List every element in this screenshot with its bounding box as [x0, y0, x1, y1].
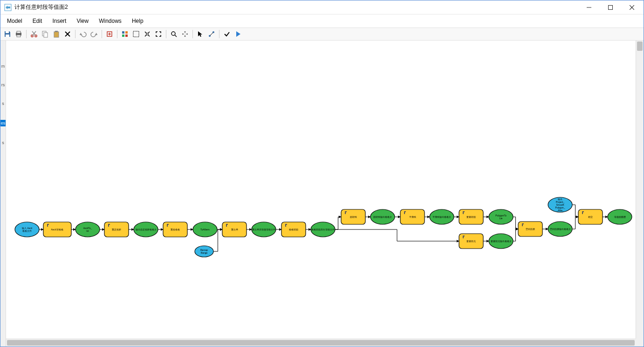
tool-node[interactable]: 面转线 [341, 209, 365, 224]
connector[interactable] [572, 217, 578, 229]
scrollbar-thumb[interactable] [7, 340, 635, 346]
tool-node[interactable]: 平滑线 [400, 209, 425, 224]
grid-icon[interactable] [120, 29, 130, 39]
print-icon[interactable] [14, 29, 24, 39]
app-window: 计算任意时段等值面2 Model Edit Insert View Window… [0, 0, 644, 347]
tool-node[interactable]: 重投格格 [163, 222, 187, 237]
menu-help[interactable]: Help [127, 16, 148, 26]
node-label: 面转线输出格格文 [373, 215, 392, 218]
output-node[interactable]: 平滑线输出格格文 [430, 209, 454, 224]
minimize-button[interactable] [578, 0, 600, 14]
zoom-in-icon[interactable] [142, 29, 152, 39]
connector[interactable] [335, 229, 459, 241]
undo-icon[interactable] [78, 29, 88, 39]
parameter-node[interactable]: 输出 Project_SmoothPolygon_Albe [548, 197, 572, 212]
save-icon[interactable] [2, 29, 13, 39]
pan-icon[interactable] [180, 29, 190, 39]
output-node[interactable]: 要素转点输出格格文 [489, 234, 513, 249]
pointer-icon[interactable] [195, 29, 206, 39]
tool-node[interactable]: 重分类 [222, 222, 247, 237]
svg-line-30 [175, 35, 177, 37]
menu-insert[interactable]: Insert [48, 16, 71, 26]
node-label: 重定投影 [112, 228, 121, 231]
output-node[interactable]: AsciiTo_txt [75, 222, 100, 237]
menu-edit[interactable]: Edit [28, 16, 47, 26]
svg-rect-8 [17, 31, 21, 33]
maximize-button[interactable] [600, 0, 621, 14]
close-button[interactable] [621, 0, 643, 14]
title-bar[interactable]: 计算任意时段等值面2 [0, 0, 644, 14]
model-canvas[interactable]: 输入 Ascii 格格文件Ascii 转格格AsciiTo_txt重定投影输出自… [6, 41, 644, 347]
window-title-area: 计算任意时段等值面2 [4, 3, 578, 11]
node-label: Albe [558, 209, 562, 212]
node-label: 空间连接 [526, 228, 535, 230]
node-label: 平滑线输出格格文 [432, 215, 451, 218]
tool-node[interactable]: 空间连接 [518, 222, 542, 236]
tool-node[interactable]: 要素转点 [459, 234, 483, 249]
dock-tab[interactable]: rs [1, 83, 5, 87]
canvas-svg: 输入 Ascii 格格文件Ascii 转格格AsciiTo_txt重定投影输出自… [6, 41, 644, 347]
connector[interactable] [513, 217, 518, 229]
connector[interactable] [513, 229, 518, 241]
output-node[interactable]: 输出自定投影格格文 [134, 222, 158, 237]
menu-windows[interactable]: Windows [94, 16, 126, 26]
node-label: Ascii 转格格 [51, 228, 64, 231]
toolbar-separator [219, 30, 219, 38]
tool-node[interactable]: 要素转面 [459, 209, 483, 224]
zoom-full-icon[interactable] [153, 29, 164, 39]
svg-rect-9 [17, 35, 21, 37]
node-label: 要素转点输出格格文 [491, 240, 512, 243]
connector[interactable] [572, 205, 578, 217]
menu-model[interactable]: Model [2, 16, 27, 26]
output-node[interactable]: 等值面图层 [608, 209, 632, 224]
redo-icon[interactable] [89, 29, 99, 39]
delete-icon[interactable] [62, 29, 73, 39]
run-icon[interactable] [233, 29, 243, 39]
node-label: 等值面图层 [614, 215, 626, 218]
node-label: 平滑线 [409, 215, 416, 218]
horizontal-scrollbar[interactable] [6, 339, 636, 347]
zoom-tool-icon[interactable] [169, 29, 179, 39]
vertical-scrollbar[interactable] [636, 41, 644, 339]
parameter-node[interactable]: 输入 Ascii 格格文件 [15, 222, 39, 237]
node-label: Lie [500, 217, 503, 220]
connector[interactable] [335, 217, 341, 229]
dock-tab[interactable]: es [0, 120, 6, 126]
svg-line-33 [210, 33, 213, 35]
scrollbar-thumb[interactable] [637, 42, 643, 51]
cut-icon[interactable] [29, 29, 39, 39]
parameter-node[interactable]: Remap Range [195, 246, 213, 257]
toolbar-separator [192, 30, 193, 38]
dock-tab[interactable]: s [2, 101, 4, 106]
output-node[interactable]: ToAlbers [193, 222, 217, 237]
app-icon [4, 4, 12, 11]
dock-tab[interactable]: s [2, 140, 4, 145]
connect-icon[interactable] [206, 29, 217, 39]
node-label: 重分类后等值等级文件 [252, 228, 275, 231]
svg-rect-15 [44, 33, 48, 37]
content-area: mrssess 输入 Ascii 格格文件Ascii 转格格AsciiTo_tx… [0, 41, 644, 347]
toolbar-separator [166, 30, 166, 38]
svg-rect-27 [133, 31, 139, 37]
svg-rect-25 [122, 35, 124, 37]
output-node[interactable]: 空间连接输出格格文 [548, 222, 572, 236]
output-node[interactable]: 重分类后等值等级文件 [252, 222, 276, 237]
output-node[interactable]: 格格转面后生等级文件 [311, 222, 335, 237]
dock-strip: mrssess [0, 41, 6, 347]
paste-icon[interactable] [51, 29, 62, 39]
output-node[interactable]: PolygonToLie [489, 209, 513, 224]
output-node[interactable]: 面转线输出格格文 [370, 209, 395, 224]
select-rect-icon[interactable] [131, 29, 141, 39]
menu-view[interactable]: View [72, 16, 93, 26]
tool-node[interactable]: 重定投影 [104, 222, 129, 237]
add-project-icon[interactable] [104, 29, 115, 39]
scroll-corner [636, 339, 644, 347]
validate-icon[interactable] [222, 29, 232, 39]
dock-tab[interactable]: m [1, 64, 5, 69]
window-controls [578, 0, 643, 14]
svg-rect-23 [122, 31, 124, 34]
tool-node[interactable]: 相交 [578, 209, 603, 224]
tool-node[interactable]: Ascii 转格格 [43, 222, 71, 237]
copy-icon[interactable] [40, 29, 50, 39]
tool-node[interactable]: 格格转面 [281, 222, 306, 237]
